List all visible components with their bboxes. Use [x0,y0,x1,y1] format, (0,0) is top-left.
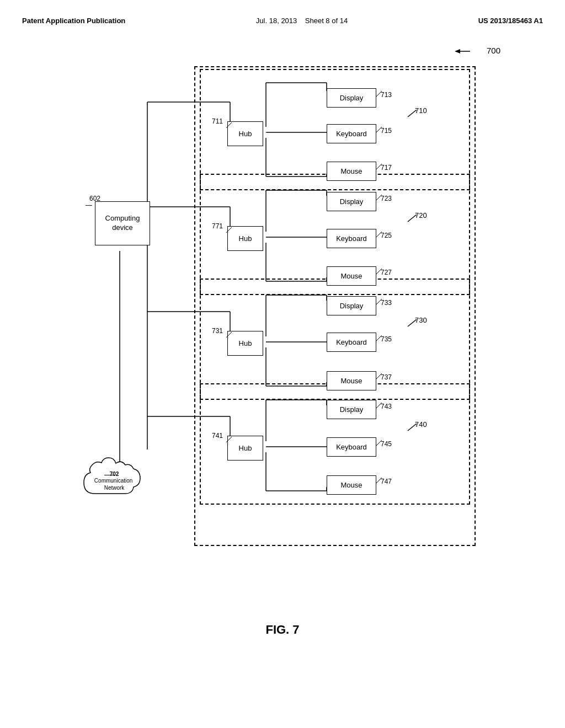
ref-602-line: — [86,201,92,209]
ref-771-arrow [222,224,233,235]
ref-735-arrow [375,334,383,342]
ref-740-arrow [407,422,418,433]
keyboard4-label: Keyboard [336,443,367,451]
ref-710-arrow [407,109,418,120]
ref-711-arrow [222,120,233,131]
svg-line-48 [226,332,232,338]
keyboard1-box: Keyboard [327,124,376,143]
svg-line-49 [226,437,232,442]
svg-line-65 [408,424,417,431]
svg-line-54 [376,195,382,200]
keyboard3-box: Keyboard [327,333,376,352]
hub3-label: Hub [239,339,252,347]
svg-line-46 [226,122,232,128]
svg-line-51 [376,127,382,132]
ref-743-arrow [375,402,383,410]
ref-720-arrow [407,213,418,224]
ref-713-arrow [375,90,383,98]
svg-line-57 [408,215,417,222]
mouse4-box: Mouse [327,475,376,495]
mouse1-label: Mouse [340,167,362,175]
svg-line-62 [376,403,382,408]
page: Patent Application Publication Jul. 18, … [0,0,565,728]
display4-label: Display [340,405,364,414]
display2-box: Display [327,192,376,211]
mouse3-box: Mouse [327,371,376,390]
keyboard3-label: Keyboard [336,338,367,346]
svg-line-64 [376,478,382,483]
computing-device-box: Computingdevice [95,201,150,245]
hub4-label: Hub [239,444,252,452]
svg-line-47 [226,227,232,233]
display3-box: Display [327,296,376,315]
svg-line-52 [376,164,382,169]
header-right: US 2013/185463 A1 [478,17,543,25]
svg-line-58 [376,299,382,304]
hub1-label: Hub [239,130,252,138]
svg-line-61 [408,319,417,326]
ref-727-arrow [375,267,383,276]
ref-702-underline [104,475,115,475]
display1-box: Display [327,88,376,108]
fig-label: FIG. 7 [265,623,299,637]
ref-730-arrow [407,318,418,329]
ref-717-arrow [375,163,383,171]
mouse4-label: Mouse [340,481,362,489]
diagram: 700 Computingdevice 602 — 702 Communicat… [34,36,531,643]
ref-733-arrow [375,298,383,306]
svg-line-53 [408,110,417,117]
computing-device-label: Computingdevice [105,214,140,233]
svg-line-50 [376,91,382,97]
keyboard1-label: Keyboard [336,130,367,138]
display3-label: Display [340,302,364,310]
mouse2-label: Mouse [340,272,362,280]
svg-text:702: 702 [110,471,119,477]
keyboard4-box: Keyboard [327,437,376,457]
svg-line-56 [376,269,382,274]
ref-731-arrow [222,329,233,340]
display1-label: Display [340,94,364,102]
hub2-label: Hub [239,234,252,243]
page-header: Patent Application Publication Jul. 18, … [22,17,543,25]
ref-737-arrow [375,372,383,381]
svg-line-55 [376,232,382,237]
svg-marker-1 [455,49,460,53]
communication-network-cloud: 702 Communication Network [78,449,150,510]
ref-741-arrow [222,434,233,445]
mouse1-box: Mouse [327,162,376,181]
keyboard2-box: Keyboard [327,229,376,248]
ref-725-arrow [375,231,383,239]
svg-line-59 [376,335,382,341]
ref-723-arrow [375,194,383,202]
ref-700: 700 [487,46,500,55]
ref-715-arrow [375,126,383,134]
display2-label: Display [340,197,364,206]
ref-745-arrow [375,439,383,447]
svg-line-63 [376,440,382,446]
mouse3-label: Mouse [340,377,362,385]
keyboard2-label: Keyboard [336,234,367,243]
ref-747-arrow [375,477,383,485]
display4-box: Display [327,400,376,419]
header-left: Patent Application Publication [22,17,125,25]
header-center: Jul. 18, 2013 Sheet 8 of 14 [256,17,348,25]
svg-line-60 [376,373,382,379]
mouse2-box: Mouse [327,266,376,286]
